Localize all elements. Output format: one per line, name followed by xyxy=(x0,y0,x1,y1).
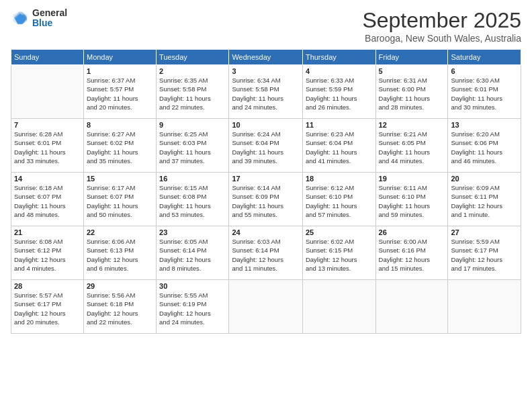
logo-general: General xyxy=(32,8,67,18)
logo: General Blue xyxy=(11,8,67,29)
calendar-cell: 2Sunrise: 6:35 AM Sunset: 5:58 PM Daylig… xyxy=(157,65,229,119)
day-info: Sunrise: 5:59 AM Sunset: 6:17 PM Dayligh… xyxy=(451,237,518,273)
day-number: 14 xyxy=(14,175,81,183)
day-number: 19 xyxy=(379,175,445,183)
day-number: 13 xyxy=(451,121,518,129)
calendar-cell xyxy=(302,280,375,334)
day-info: Sunrise: 6:25 AM Sunset: 6:03 PM Dayligh… xyxy=(159,130,226,165)
day-number: 2 xyxy=(159,67,226,75)
col-thursday: Thursday xyxy=(302,50,375,65)
calendar-cell: 14Sunrise: 6:18 AM Sunset: 6:07 PM Dayli… xyxy=(11,173,84,226)
calendar-cell: 4Sunrise: 6:33 AM Sunset: 5:59 PM Daylig… xyxy=(302,65,375,119)
calendar-cell xyxy=(448,280,521,334)
calendar-cell xyxy=(11,65,84,119)
day-number: 18 xyxy=(306,175,373,183)
calendar-cell: 7Sunrise: 6:28 AM Sunset: 6:01 PM Daylig… xyxy=(11,119,84,173)
calendar-subtitle: Barooga, New South Wales, Australia xyxy=(362,33,521,44)
header-row: Sunday Monday Tuesday Wednesday Thursday… xyxy=(11,50,521,65)
day-info: Sunrise: 6:28 AM Sunset: 6:01 PM Dayligh… xyxy=(14,130,81,165)
day-number: 4 xyxy=(306,67,373,75)
calendar-cell: 13Sunrise: 6:20 AM Sunset: 6:06 PM Dayli… xyxy=(448,119,521,173)
calendar-week-3: 21Sunrise: 6:08 AM Sunset: 6:12 PM Dayli… xyxy=(11,226,521,280)
day-info: Sunrise: 6:03 AM Sunset: 6:14 PM Dayligh… xyxy=(232,237,300,273)
day-number: 26 xyxy=(379,228,445,236)
day-info: Sunrise: 6:00 AM Sunset: 6:16 PM Dayligh… xyxy=(379,237,445,273)
calendar-table: Sunday Monday Tuesday Wednesday Thursday… xyxy=(11,49,521,334)
day-info: Sunrise: 6:18 AM Sunset: 6:07 PM Dayligh… xyxy=(14,183,81,219)
calendar-cell: 12Sunrise: 6:21 AM Sunset: 6:05 PM Dayli… xyxy=(375,119,448,173)
calendar-week-1: 7Sunrise: 6:28 AM Sunset: 6:01 PM Daylig… xyxy=(11,119,521,173)
calendar-week-4: 28Sunrise: 5:57 AM Sunset: 6:17 PM Dayli… xyxy=(11,280,521,334)
day-info: Sunrise: 6:20 AM Sunset: 6:06 PM Dayligh… xyxy=(451,130,518,165)
calendar-cell: 23Sunrise: 6:05 AM Sunset: 6:14 PM Dayli… xyxy=(157,226,229,280)
day-info: Sunrise: 5:55 AM Sunset: 6:19 PM Dayligh… xyxy=(159,291,226,326)
day-info: Sunrise: 6:37 AM Sunset: 5:57 PM Dayligh… xyxy=(87,76,153,111)
day-info: Sunrise: 6:14 AM Sunset: 6:09 PM Dayligh… xyxy=(232,183,300,219)
day-number: 3 xyxy=(232,67,300,75)
day-info: Sunrise: 6:34 AM Sunset: 5:58 PM Dayligh… xyxy=(232,76,300,111)
day-info: Sunrise: 6:24 AM Sunset: 6:04 PM Dayligh… xyxy=(232,130,300,165)
calendar-cell: 29Sunrise: 5:56 AM Sunset: 6:18 PM Dayli… xyxy=(83,280,156,334)
day-number: 17 xyxy=(232,175,300,183)
day-info: Sunrise: 6:11 AM Sunset: 6:10 PM Dayligh… xyxy=(379,183,445,219)
day-number: 7 xyxy=(14,121,81,129)
day-number: 8 xyxy=(87,121,153,129)
calendar-cell: 25Sunrise: 6:02 AM Sunset: 6:15 PM Dayli… xyxy=(302,226,375,280)
day-info: Sunrise: 5:57 AM Sunset: 6:17 PM Dayligh… xyxy=(14,291,81,326)
day-number: 20 xyxy=(451,175,518,183)
day-number: 5 xyxy=(379,67,445,75)
day-number: 28 xyxy=(14,282,81,290)
calendar-cell: 10Sunrise: 6:24 AM Sunset: 6:04 PM Dayli… xyxy=(229,119,303,173)
day-info: Sunrise: 6:33 AM Sunset: 5:59 PM Dayligh… xyxy=(306,76,373,111)
calendar-cell: 30Sunrise: 5:55 AM Sunset: 6:19 PM Dayli… xyxy=(157,280,229,334)
day-number: 11 xyxy=(306,121,373,129)
calendar-week-2: 14Sunrise: 6:18 AM Sunset: 6:07 PM Dayli… xyxy=(11,173,521,226)
calendar-week-0: 1Sunrise: 6:37 AM Sunset: 5:57 PM Daylig… xyxy=(11,65,521,119)
day-info: Sunrise: 6:12 AM Sunset: 6:10 PM Dayligh… xyxy=(306,183,373,219)
day-info: Sunrise: 6:23 AM Sunset: 6:04 PM Dayligh… xyxy=(306,130,373,165)
day-number: 1 xyxy=(87,67,153,75)
col-tuesday: Tuesday xyxy=(157,50,229,65)
day-info: Sunrise: 6:08 AM Sunset: 6:12 PM Dayligh… xyxy=(14,237,81,273)
day-number: 27 xyxy=(451,228,518,236)
day-info: Sunrise: 6:05 AM Sunset: 6:14 PM Dayligh… xyxy=(159,237,226,273)
calendar-cell: 8Sunrise: 6:27 AM Sunset: 6:02 PM Daylig… xyxy=(83,119,156,173)
day-info: Sunrise: 6:27 AM Sunset: 6:02 PM Dayligh… xyxy=(87,130,153,165)
day-info: Sunrise: 6:02 AM Sunset: 6:15 PM Dayligh… xyxy=(306,237,373,273)
calendar-cell: 28Sunrise: 5:57 AM Sunset: 6:17 PM Dayli… xyxy=(11,280,84,334)
day-number: 10 xyxy=(232,121,300,129)
calendar-cell: 1Sunrise: 6:37 AM Sunset: 5:57 PM Daylig… xyxy=(83,65,156,119)
calendar-cell: 26Sunrise: 6:00 AM Sunset: 6:16 PM Dayli… xyxy=(375,226,448,280)
day-number: 16 xyxy=(159,175,226,183)
calendar-cell: 9Sunrise: 6:25 AM Sunset: 6:03 PM Daylig… xyxy=(157,119,229,173)
calendar-cell: 21Sunrise: 6:08 AM Sunset: 6:12 PM Dayli… xyxy=(11,226,84,280)
calendar-cell xyxy=(229,280,303,334)
calendar-cell: 18Sunrise: 6:12 AM Sunset: 6:10 PM Dayli… xyxy=(302,173,375,226)
day-info: Sunrise: 6:21 AM Sunset: 6:05 PM Dayligh… xyxy=(379,130,445,165)
day-info: Sunrise: 5:56 AM Sunset: 6:18 PM Dayligh… xyxy=(87,291,153,326)
day-info: Sunrise: 6:30 AM Sunset: 6:01 PM Dayligh… xyxy=(451,76,518,111)
logo-blue: Blue xyxy=(32,18,67,28)
logo-text: General Blue xyxy=(32,8,67,29)
col-saturday: Saturday xyxy=(448,50,521,65)
day-info: Sunrise: 6:09 AM Sunset: 6:11 PM Dayligh… xyxy=(451,183,518,219)
day-number: 12 xyxy=(379,121,445,129)
col-monday: Monday xyxy=(83,50,156,65)
day-number: 24 xyxy=(232,228,300,236)
calendar-cell: 24Sunrise: 6:03 AM Sunset: 6:14 PM Dayli… xyxy=(229,226,303,280)
calendar-cell: 6Sunrise: 6:30 AM Sunset: 6:01 PM Daylig… xyxy=(448,65,521,119)
calendar-cell: 27Sunrise: 5:59 AM Sunset: 6:17 PM Dayli… xyxy=(448,226,521,280)
calendar-cell xyxy=(375,280,448,334)
calendar-cell: 17Sunrise: 6:14 AM Sunset: 6:09 PM Dayli… xyxy=(229,173,303,226)
calendar-cell: 11Sunrise: 6:23 AM Sunset: 6:04 PM Dayli… xyxy=(302,119,375,173)
logo-icon xyxy=(11,9,30,28)
calendar-title: September 2025 xyxy=(362,8,521,33)
day-info: Sunrise: 6:31 AM Sunset: 6:00 PM Dayligh… xyxy=(379,76,445,111)
col-wednesday: Wednesday xyxy=(229,50,303,65)
calendar-cell: 16Sunrise: 6:15 AM Sunset: 6:08 PM Dayli… xyxy=(157,173,229,226)
calendar-cell: 15Sunrise: 6:17 AM Sunset: 6:07 PM Dayli… xyxy=(83,173,156,226)
day-number: 9 xyxy=(159,121,226,129)
day-number: 25 xyxy=(306,228,373,236)
col-friday: Friday xyxy=(375,50,448,65)
page: General Blue September 2025 Barooga, New… xyxy=(0,0,532,411)
